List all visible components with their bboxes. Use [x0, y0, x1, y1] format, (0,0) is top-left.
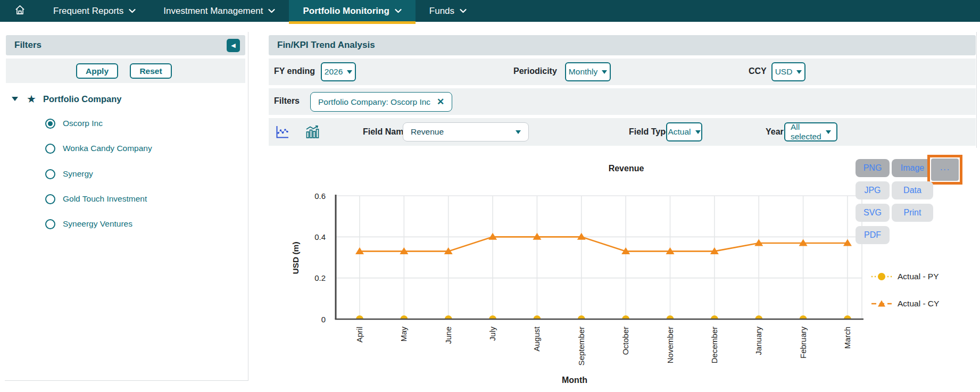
app-root: Frequent Reports Investment Management P…	[0, 0, 980, 392]
reset-button[interactable]: Reset	[130, 63, 172, 79]
fy-ending-value: 2026	[325, 67, 343, 77]
radio-label: Gold Touch Investment	[63, 194, 147, 204]
caret-down-icon	[516, 130, 521, 134]
field-type-value: Actual	[668, 127, 691, 137]
nav-funds[interactable]: Funds	[416, 0, 480, 22]
filter-chip-label: Portfolio Company: Oscorp Inc	[318, 97, 430, 107]
click-annotation: ···	[927, 155, 962, 185]
ccy-dropdown[interactable]: USD	[771, 62, 805, 81]
filter-actions-row: Apply Reset	[6, 59, 245, 83]
nav-investment-management[interactable]: Investment Management	[150, 0, 289, 22]
svg-text:March: March	[843, 327, 852, 349]
nav-frequent-reports[interactable]: Frequent Reports	[39, 0, 150, 22]
svg-text:January: January	[754, 327, 763, 355]
nav-portfolio-monitoring[interactable]: Portfolio Monitoring	[289, 0, 415, 22]
controls-row-2: Filters Portfolio Company: Oscorp Inc ✕	[269, 88, 976, 115]
controls-row-1: FY ending 2026 Periodicity Monthly CCY U…	[269, 59, 976, 85]
filters-sidebar: Filters ◀ Apply Reset ★ Portfolio Compan…	[5, 32, 248, 381]
collapse-left-icon: ◀	[231, 42, 235, 49]
x-axis-title: Month	[548, 376, 601, 385]
periodicity-label: Periodicity	[513, 66, 557, 76]
export-pdf-button[interactable]: PDF	[856, 226, 890, 244]
radio-icon[interactable]	[45, 169, 55, 179]
field-name-label: Field Name	[363, 127, 408, 137]
legend-item-actual-py[interactable]: Actual - PY	[871, 270, 939, 283]
year-value: All selected	[791, 122, 821, 141]
home-button[interactable]	[0, 0, 39, 22]
export-print-button[interactable]: Print	[892, 204, 933, 222]
tree-group-portfolio-company[interactable]: ★ Portfolio Company	[12, 93, 122, 105]
filters-header: Filters ◀	[6, 35, 245, 55]
periodicity-value: Monthly	[569, 67, 597, 77]
caret-down-icon[interactable]	[12, 97, 18, 101]
periodicity-dropdown[interactable]: Monthly	[565, 62, 611, 81]
export-data-button[interactable]: Data	[892, 181, 933, 199]
chevron-down-icon	[268, 9, 275, 13]
page-title: Fin/KPI Trend Analysis	[277, 40, 375, 51]
filters-title: Filters	[14, 40, 41, 51]
svg-text:August: August	[532, 326, 541, 352]
field-name-value: Revenue	[411, 127, 444, 137]
radio-icon[interactable]	[45, 144, 55, 154]
filter-chip-portfolio-company[interactable]: Portfolio Company: Oscorp Inc ✕	[310, 92, 452, 112]
svg-text:December: December	[710, 327, 719, 363]
more-options-button[interactable]: ···	[931, 159, 959, 181]
svg-text:July: July	[488, 327, 497, 341]
radio-label: Wonka Candy Company	[63, 144, 152, 153]
field-type-dropdown[interactable]: Actual	[666, 122, 702, 141]
chart-toolbar-row: Field Name Revenue Field Type Actual Yea…	[269, 118, 976, 146]
caret-down-icon	[695, 130, 701, 134]
field-type-label: Field Type	[629, 127, 670, 137]
legend-marker-circle-icon	[871, 272, 892, 281]
chevron-down-icon	[395, 9, 402, 13]
chart-title: Revenue	[573, 164, 679, 173]
fy-ending-label: FY ending	[274, 66, 315, 76]
radio-icon[interactable]	[45, 219, 55, 229]
radio-gold-touch-investment[interactable]: Gold Touch Investment	[45, 193, 147, 205]
year-dropdown[interactable]: All selected	[784, 122, 837, 141]
radio-label: Synergy	[63, 169, 93, 179]
radio-label: Syneergy Ventures	[63, 219, 132, 229]
radio-selected-icon[interactable]	[45, 119, 55, 129]
svg-text:February: February	[799, 327, 808, 359]
legend-marker-triangle-icon	[871, 299, 892, 308]
collapse-sidebar-button[interactable]: ◀	[227, 39, 240, 52]
radio-icon[interactable]	[45, 194, 55, 204]
line-chart-view-icon[interactable]	[275, 125, 289, 139]
top-nav: Frequent Reports Investment Management P…	[0, 0, 980, 22]
nav-label: Investment Management	[163, 6, 263, 16]
y-axis-title: USD (m)	[291, 226, 301, 290]
nav-label: Funds	[429, 6, 454, 16]
home-icon	[14, 4, 26, 18]
caret-down-icon	[602, 70, 607, 74]
radio-syneergy-ventures[interactable]: Syneergy Ventures	[45, 218, 132, 230]
nav-label: Portfolio Monitoring	[303, 6, 389, 16]
caret-down-icon	[826, 130, 831, 134]
svg-text:0.6: 0.6	[314, 191, 326, 201]
chevron-down-icon	[460, 9, 467, 13]
main-panel: Fin/KPI Trend Analysis FY ending 2026 Pe…	[268, 32, 977, 392]
svg-text:October: October	[621, 327, 630, 355]
radio-label: Oscorp Inc	[63, 119, 103, 128]
svg-text:June: June	[444, 327, 453, 344]
legend-item-actual-cy[interactable]: Actual - CY	[871, 297, 939, 310]
caret-down-icon	[347, 70, 352, 74]
year-label: Year	[766, 127, 784, 137]
apply-button[interactable]: Apply	[76, 63, 118, 79]
svg-text:September: September	[577, 327, 586, 365]
legend-label: Actual - CY	[898, 299, 939, 308]
chevron-down-icon	[129, 9, 136, 13]
close-icon[interactable]: ✕	[437, 96, 444, 107]
radio-synergy[interactable]: Synergy	[45, 168, 93, 180]
caret-down-icon	[796, 70, 802, 74]
svg-text:May: May	[399, 327, 408, 342]
fy-ending-dropdown[interactable]: 2026	[321, 62, 356, 81]
export-jpg-button[interactable]: JPG	[856, 181, 890, 199]
radio-wonka-candy-company[interactable]: Wonka Candy Company	[45, 142, 152, 155]
bar-chart-view-icon[interactable]	[305, 125, 319, 139]
export-svg-button[interactable]: SVG	[856, 204, 890, 222]
field-name-dropdown[interactable]: Revenue	[403, 122, 529, 141]
radio-oscorp-inc[interactable]: Oscorp Inc	[45, 117, 103, 130]
svg-text:0: 0	[321, 315, 326, 324]
export-png-button[interactable]: PNG	[856, 159, 890, 177]
